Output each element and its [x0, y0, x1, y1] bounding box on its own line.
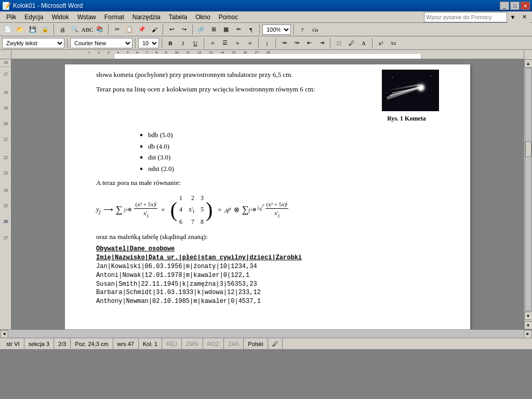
ruler-num-25: 25: [1, 204, 10, 208]
zoom-select[interactable]: 100%: [262, 24, 291, 35]
ruler-num-18: 18: [1, 90, 10, 95]
align-left-button[interactable]: ≡: [207, 37, 218, 49]
status-page: str VI: [2, 338, 24, 349]
svg-point-1: [392, 77, 393, 78]
permission-button[interactable]: 🔒: [39, 24, 51, 35]
menu-narzedzia[interactable]: Narzędzia: [128, 12, 165, 22]
formula-A: Aρ: [224, 204, 231, 216]
align-center-button[interactable]: ☰: [219, 37, 231, 49]
close-button[interactable]: ✕: [521, 2, 530, 10]
table-row-5: Barbara|Schmidt|31.03.1933|k|wdowa|12|23…: [96, 288, 439, 297]
save-button[interactable]: 💾: [27, 24, 38, 35]
help-input[interactable]: [424, 12, 507, 22]
columns-button[interactable]: ▦: [220, 24, 232, 35]
ruler-corner: [0, 50, 11, 59]
menu-pomoc[interactable]: Pomoc: [215, 12, 242, 22]
menu-format[interactable]: Format: [100, 12, 128, 22]
subscript-button[interactable]: x₂: [388, 37, 399, 49]
numbering-button[interactable]: ≔: [291, 37, 302, 49]
list-item-db: db (4.0): [148, 141, 439, 152]
sep-f8: [372, 38, 373, 48]
sep-f2: [135, 38, 136, 48]
font-select[interactable]: Courier New: [70, 38, 132, 48]
menu-wstaw[interactable]: Wstaw: [73, 12, 100, 22]
hscroll-track[interactable]: [9, 330, 523, 338]
preview-button[interactable]: 🔍: [69, 24, 81, 35]
horizontal-scrollbar: ◄ ►: [0, 329, 532, 338]
italic-button[interactable]: I: [177, 37, 189, 49]
open-button[interactable]: 📂: [15, 24, 26, 35]
format-painter[interactable]: 🖌: [149, 24, 160, 35]
formula-sum2-sup: ∞: [253, 206, 256, 214]
menu-okno[interactable]: Okno: [191, 12, 215, 22]
hscroll-right-button[interactable]: ►: [524, 330, 532, 338]
status-rej: REJ: [162, 338, 182, 349]
showhide-button[interactable]: ¶: [245, 24, 257, 35]
hyperlink-button[interactable]: 🔗: [195, 24, 207, 35]
horizontal-ruler: 12 34 56 78 910 1112 1314 1516 1718: [11, 50, 524, 59]
sep-f4: [204, 38, 204, 48]
scroll-track[interactable]: [525, 68, 532, 311]
separator6: [294, 24, 294, 35]
menu-widok[interactable]: Widok: [47, 12, 73, 22]
highlight-button[interactable]: 🖊: [345, 37, 357, 49]
formula-button[interactable]: √α: [309, 24, 321, 35]
research-button[interactable]: 📚: [94, 24, 105, 35]
next-page-button[interactable]: ▼: [524, 321, 533, 329]
document-area[interactable]: Rys. 1 Kometa słowa kometa (pochylone) p…: [11, 59, 524, 329]
formula-otimes: ⊗: [234, 205, 240, 215]
toolbar-formatting: Zwykły tekst Courier New 10 B I U ≡ ☰ ≡ …: [0, 36, 532, 50]
underline-button[interactable]: U: [190, 37, 201, 49]
separator5: [259, 24, 260, 35]
decrease-indent-button[interactable]: ⇤: [303, 37, 315, 49]
bullets-button[interactable]: ≔: [278, 37, 290, 49]
linespacing-button[interactable]: ↕: [261, 37, 273, 49]
scroll-up-button[interactable]: ▲: [524, 59, 533, 68]
maximize-button[interactable]: □: [510, 2, 520, 10]
separator2: [108, 24, 109, 35]
drawing-button[interactable]: ✏: [233, 24, 244, 35]
redo-button[interactable]: ↪: [178, 24, 190, 35]
sep-f7: [330, 38, 330, 48]
help-arrow-button[interactable]: ▼: [507, 11, 518, 23]
menu-edycja[interactable]: Edycja: [20, 12, 47, 22]
spell-button[interactable]: ABC: [82, 24, 93, 35]
vertical-ruler: 16 17 18 19 20 21 22 23 24 25 26 27: [0, 59, 11, 329]
superscript-button[interactable]: x²: [375, 37, 387, 49]
table-row-4: Susan|Smith|22.11.1945|k|zamężna|3|56353…: [96, 280, 439, 289]
minimize-button[interactable]: _: [500, 2, 509, 10]
ruler-num-26: 26: [1, 219, 10, 224]
separator3: [163, 24, 163, 35]
formula-sum1-sup: ∞: [128, 206, 131, 214]
menu-tabela[interactable]: Tabela: [165, 12, 191, 22]
help-close-button[interactable]: ✕: [518, 11, 530, 23]
cut-button[interactable]: ✂: [111, 24, 123, 35]
vertical-scrollbar: ▲ ▼ ▼: [524, 59, 532, 329]
print-button[interactable]: 🖨: [57, 24, 68, 35]
table-button[interactable]: ⊞: [208, 24, 219, 35]
fontsize-select[interactable]: 10: [138, 38, 159, 48]
ruler-num-16: 16: [1, 60, 10, 65]
align-justify-button[interactable]: ≡: [244, 37, 256, 49]
style-select[interactable]: Zwykły tekst: [2, 38, 64, 48]
ruler-num-17: 17: [1, 72, 10, 77]
scroll-down-button[interactable]: ▼: [524, 312, 533, 320]
new-button[interactable]: 📄: [2, 24, 14, 35]
help-button2[interactable]: ?: [297, 24, 308, 35]
fontcolor-button[interactable]: A: [358, 37, 369, 49]
menu-plik[interactable]: Plik: [2, 12, 20, 22]
border-button[interactable]: □: [333, 37, 344, 49]
sep-f3: [162, 38, 162, 48]
status-pages: 2/3: [54, 338, 71, 349]
text3: A teraz pora na małe równanie:: [96, 178, 439, 188]
copy-button[interactable]: 📋: [124, 24, 135, 35]
bold-button[interactable]: B: [165, 37, 176, 49]
comet-figure: Rys. 1 Kometa: [374, 70, 439, 123]
ruler-num-27: 27: [1, 236, 10, 241]
formula-sum1: ∑: [116, 203, 123, 217]
align-right-button[interactable]: ≡: [232, 37, 243, 49]
increase-indent-button[interactable]: ⇥: [316, 37, 327, 49]
paste-button[interactable]: 📌: [136, 24, 148, 35]
hscroll-left-button[interactable]: ◄: [0, 330, 8, 338]
undo-button[interactable]: ↩: [166, 24, 177, 35]
